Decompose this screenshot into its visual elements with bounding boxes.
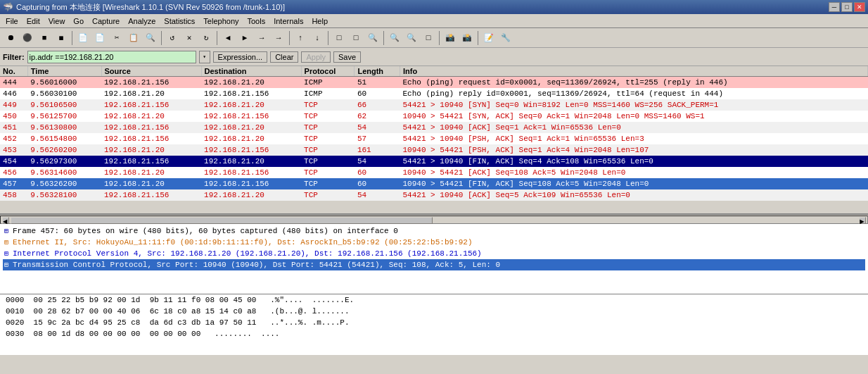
detail-text: Frame 457: 60 bytes on wire (480 bits), …	[13, 227, 398, 235]
cell-no: 456	[0, 167, 27, 178]
hscroll[interactable]: ◄ ►	[0, 214, 868, 224]
table-row[interactable]: 4499.56106500192.168.21.156192.168.21.20…	[0, 99, 868, 111]
detail-expand-icon[interactable]: ⊞	[4, 238, 13, 247]
toolbar-button-12[interactable]: ◀	[220, 30, 236, 46]
toolbar-button-9[interactable]: ↺	[165, 30, 180, 46]
toolbar-button-2[interactable]: ■	[37, 30, 52, 46]
toolbar-button-25[interactable]: 📸	[459, 30, 475, 46]
cell-len: 60	[355, 88, 400, 99]
cell-time: 9.56328100	[27, 189, 101, 201]
toolbar-button-19[interactable]: □	[348, 30, 364, 46]
apply-button[interactable]: Apply	[301, 51, 331, 63]
toolbar-button-21[interactable]: 🔍	[387, 30, 402, 46]
toolbar-button-13[interactable]: ▶	[237, 30, 253, 46]
packet-table: No.TimeSourceDestinationProtocolLengthIn…	[0, 66, 868, 201]
toolbar-button-3[interactable]: ◼	[53, 30, 69, 46]
detail-row[interactable]: ⊞ Internet Protocol Version 4, Src: 192.…	[3, 248, 865, 259]
menu-item-tools[interactable]: Tools	[243, 15, 270, 27]
cell-dst: 192.168.21.20	[201, 77, 301, 88]
toolbar-button-24[interactable]: 📸	[442, 30, 458, 46]
filter-dropdown[interactable]: ▾	[199, 51, 210, 63]
maximize-button[interactable]: □	[841, 2, 853, 12]
detail-row[interactable]: ⊞ Transmission Control Protocol, Src Por…	[3, 259, 865, 270]
table-row[interactable]: 4449.56016000192.168.21.156192.168.21.20…	[0, 77, 868, 88]
toolbar-button-10[interactable]: ✕	[181, 30, 197, 46]
table-row[interactable]: 4509.56125700192.168.21.20192.168.21.156…	[0, 111, 868, 122]
cell-dst: 192.168.21.20	[201, 189, 301, 201]
table-row[interactable]: 4579.56326200192.168.21.20192.168.21.156…	[0, 178, 868, 189]
cell-len: 51	[355, 77, 400, 88]
detail-expand-icon[interactable]: ⊞	[4, 261, 13, 269]
menu-item-telephony[interactable]: Telephony	[199, 15, 243, 27]
packet-table-container: No.TimeSourceDestinationProtocolLengthIn…	[0, 66, 868, 214]
table-row[interactable]: 4569.56314600192.168.21.20192.168.21.156…	[0, 167, 868, 178]
menu-item-help[interactable]: Help	[307, 15, 332, 27]
save-button[interactable]: Save	[333, 51, 361, 63]
cell-proto: TCP	[301, 156, 355, 167]
toolbar-button-17[interactable]: ↓	[309, 30, 325, 46]
toolbar-separator	[161, 31, 162, 45]
toolbar-button-18[interactable]: □	[331, 30, 347, 46]
table-row[interactable]: 4519.56130800192.168.21.156192.168.21.20…	[0, 122, 868, 133]
cell-len: 54	[355, 189, 400, 201]
clear-button[interactable]: Clear	[270, 51, 298, 63]
toolbar-button-14[interactable]: →	[254, 30, 269, 46]
menu-item-capture[interactable]: Capture	[88, 15, 124, 27]
toolbar-button-23[interactable]: □	[421, 30, 436, 46]
toolbar-button-5[interactable]: 📄	[92, 30, 108, 46]
menu-item-file[interactable]: File	[1, 15, 23, 27]
toolbar-button-6[interactable]: ✂	[109, 30, 125, 46]
table-row[interactable]: 4539.56260200192.168.21.20192.168.21.156…	[0, 144, 868, 156]
menu-item-go[interactable]: Go	[69, 15, 88, 27]
cell-no: 451	[0, 122, 27, 133]
cell-len: 62	[355, 111, 400, 122]
close-button[interactable]: ✕	[854, 2, 865, 12]
toolbar-button-22[interactable]: 🔍	[404, 30, 419, 46]
cell-len: 66	[355, 99, 400, 111]
menubar: FileEditViewGoCaptureAnalyzeStatisticsTe…	[0, 14, 868, 28]
toolbar-separator	[328, 31, 328, 45]
menu-item-view[interactable]: View	[44, 15, 70, 27]
toolbar-button-1[interactable]: ⚫	[20, 30, 35, 46]
expression-button[interactable]: Expression...	[213, 51, 268, 63]
filter-input[interactable]	[27, 51, 196, 63]
cell-no: 454	[0, 156, 27, 167]
toolbar-button-4[interactable]: 📄	[75, 30, 91, 46]
toolbar-button-16[interactable]: ↑	[293, 30, 308, 46]
table-row[interactable]: 4469.56030100192.168.21.20192.168.21.156…	[0, 88, 868, 99]
col-header-source: Source	[101, 66, 201, 77]
cell-info: 10940 > 54421 [FIN, ACK] Seq=108 Ack=5 W…	[400, 178, 868, 189]
cell-no: 450	[0, 111, 27, 122]
detail-expand-icon[interactable]: ⊞	[4, 249, 13, 258]
minimize-button[interactable]: ─	[829, 2, 840, 12]
toolbar-button-15[interactable]: →	[271, 30, 286, 46]
table-row[interactable]: 4589.56328100192.168.21.156192.168.21.20…	[0, 189, 868, 201]
cell-src: 192.168.21.20	[101, 167, 201, 178]
menu-item-edit[interactable]: Edit	[23, 15, 44, 27]
menu-item-analyze[interactable]: Analyze	[124, 15, 160, 27]
cell-src: 192.168.21.156	[101, 156, 201, 167]
cell-proto: TCP	[301, 122, 355, 133]
cell-len: 161	[355, 144, 400, 156]
menu-item-internals[interactable]: Internals	[269, 15, 307, 27]
cell-time: 9.56016000	[27, 77, 101, 88]
toolbar-button-11[interactable]: ↻	[198, 30, 214, 46]
detail-row[interactable]: ⊞ Frame 457: 60 bytes on wire (480 bits)…	[3, 225, 865, 237]
toolbar-button-20[interactable]: 🔍	[365, 30, 381, 46]
menu-item-statistics[interactable]: Statistics	[160, 15, 199, 27]
toolbar: ⏺⚫■◼📄📄✂📋🔍↺✕↻◀▶→→↑↓□□🔍🔍🔍□📸📸📝🔧	[0, 28, 868, 48]
toolbar-button-27[interactable]: 🔧	[498, 30, 513, 46]
col-header-protocol: Protocol	[301, 66, 355, 77]
table-row[interactable]: 4549.56297300192.168.21.156192.168.21.20…	[0, 156, 868, 167]
toolbar-button-8[interactable]: 🔍	[143, 30, 158, 46]
toolbar-button-0[interactable]: ⏺	[3, 30, 18, 46]
toolbar-button-26[interactable]: 📝	[481, 30, 497, 46]
cell-dst: 192.168.21.156	[201, 167, 301, 178]
cell-src: 192.168.21.156	[101, 122, 201, 133]
detail-expand-icon[interactable]: ⊞	[4, 227, 13, 235]
detail-row[interactable]: ⊞ Ethernet II, Src: HokuyoAu_11:11:f0 (0…	[3, 237, 865, 248]
table-row[interactable]: 4529.56154800192.168.21.156192.168.21.20…	[0, 133, 868, 144]
toolbar-button-7[interactable]: 📋	[126, 30, 141, 46]
cell-info: Echo (ping) request id=0x0001, seq=11369…	[400, 77, 868, 88]
detail-text: Internet Protocol Version 4, Src: 192.16…	[13, 249, 482, 258]
